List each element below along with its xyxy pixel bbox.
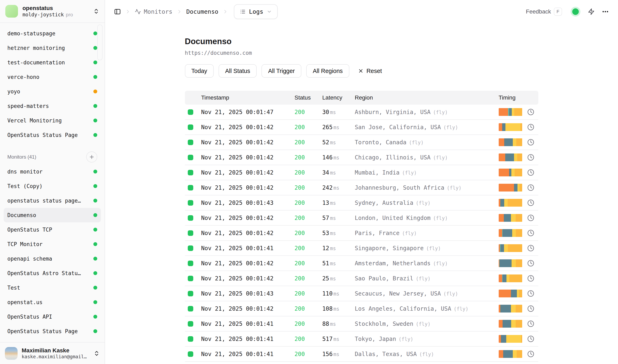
- table-row[interactable]: Nov 21, 2025 00:01:41 200 12ms Singapore…: [185, 241, 538, 256]
- cell-region: Ashburn, Virginia, USA: [355, 109, 431, 116]
- column-header-status[interactable]: Status: [295, 94, 322, 101]
- more-options-button[interactable]: [602, 8, 609, 15]
- plus-icon: [89, 154, 95, 160]
- clock-icon[interactable]: [527, 290, 534, 297]
- timing-ttfb-segment: [506, 335, 521, 343]
- sidebar-item-hetzner-monitoring[interactable]: hetzner monitoring: [4, 41, 101, 55]
- cell-region: Stockholm, Sweden: [355, 321, 413, 327]
- breadcrumb-monitors[interactable]: Monitors: [135, 8, 172, 15]
- clock-icon[interactable]: [527, 108, 534, 116]
- clock-icon[interactable]: [527, 335, 534, 342]
- sidebar-item-openstat-us[interactable]: openstat.us: [4, 295, 101, 310]
- table-row[interactable]: Nov 21, 2025 00:01:43 200 13ms Sydney, A…: [185, 195, 538, 210]
- clock-icon[interactable]: [527, 199, 534, 206]
- timing-dns-segment: [499, 108, 508, 116]
- sidebar-item-demo-statuspage[interactable]: demo-statuspage: [4, 26, 101, 41]
- timing-ttfb-segment: [512, 229, 516, 237]
- status-square-icon: [188, 124, 193, 130]
- status-dot: [93, 329, 97, 333]
- cell-region-provider: (fly): [433, 261, 448, 267]
- sidebar-item-documenso[interactable]: Documenso: [4, 208, 101, 222]
- table-row[interactable]: Nov 21, 2025 00:01:42 200 53ms Paris, Fr…: [185, 226, 538, 241]
- table-row[interactable]: Nov 21, 2025 00:01:41 200 88ms Stockholm…: [185, 316, 538, 332]
- sidebar-item-openstatus-status-page[interactable]: openstatus status page…: [4, 193, 101, 208]
- table-row[interactable]: Nov 21, 2025 00:01:42 200 51ms Amsterdam…: [185, 256, 538, 271]
- table-row[interactable]: Nov 21, 2025 00:01:41 200 517ms Tokyo, J…: [185, 332, 538, 347]
- column-header-timestamp[interactable]: Timestamp: [199, 94, 295, 101]
- clock-icon[interactable]: [527, 139, 534, 146]
- user-menu[interactable]: Maximilian Kaske kaske.maximilian@gmail…: [0, 342, 105, 364]
- sidebar-item-openstatus-api[interactable]: OpenStatus API: [4, 310, 101, 324]
- status-dot: [93, 90, 97, 93]
- filter-button-all-status[interactable]: All Status: [219, 64, 257, 78]
- column-header-latency[interactable]: Latency: [322, 94, 355, 101]
- sidebar-item-yoyo[interactable]: yoyo: [4, 84, 101, 99]
- sidebar-item-label: openapi schema: [7, 256, 52, 262]
- table-row[interactable]: Nov 21, 2025 00:01:42 200 242ms Johannes…: [185, 180, 538, 195]
- table-row[interactable]: Nov 21, 2025 00:01:42 200 146ms Chicago,…: [185, 150, 538, 165]
- table-row[interactable]: Nov 21, 2025 00:01:42 200 265ms San Jose…: [185, 120, 538, 135]
- cell-timestamp: Nov 21, 2025 00:01:42: [199, 154, 295, 161]
- clock-icon[interactable]: [527, 275, 534, 282]
- sidebar-item-openstatus-status-page[interactable]: OpenStatus Status Page: [4, 324, 101, 338]
- reset-label: Reset: [367, 68, 382, 74]
- add-monitor-button[interactable]: [86, 151, 97, 162]
- filter-button-all-trigger[interactable]: All Trigger: [261, 64, 301, 78]
- panel-left-icon: [114, 8, 121, 15]
- sidebar-item-speed-matters[interactable]: speed-matters: [4, 99, 101, 113]
- cell-region: Tokyo, Japan: [355, 336, 396, 342]
- cell-latency-unit: ms: [330, 321, 336, 327]
- timing-tls-segment: [500, 305, 511, 312]
- sidebar-scrollbar[interactable]: [97, 25, 103, 60]
- view-selector-button[interactable]: Logs: [234, 4, 278, 19]
- clock-icon[interactable]: [527, 169, 534, 176]
- sidebar-item-test[interactable]: Test: [4, 280, 101, 295]
- table-row[interactable]: Nov 21, 2025 00:01:43 200 110ms Secaucus…: [185, 286, 538, 301]
- sidebar-item-dns-monitor[interactable]: dns monitor: [4, 164, 101, 179]
- breadcrumb-page-label[interactable]: Documenso: [186, 8, 219, 15]
- cell-region-provider: (fly): [447, 185, 462, 191]
- table-row[interactable]: Nov 21, 2025 00:01:47 200 30ms Ashburn, …: [185, 105, 538, 120]
- sidebar-item-test-copy[interactable]: Test (Copy): [4, 179, 101, 193]
- sidebar-item-openstatus-status-page[interactable]: OpenStatus Status Page: [4, 128, 101, 142]
- status-dot: [93, 46, 97, 50]
- sidebar-item-verce-hono[interactable]: verce-hono: [4, 70, 101, 84]
- clock-icon[interactable]: [527, 305, 534, 312]
- clock-icon[interactable]: [527, 260, 534, 267]
- sidebar-item-openapi-schema[interactable]: openapi schema: [4, 251, 101, 266]
- timing-bar: [499, 335, 522, 343]
- sidebar-item-vercel-monitoring[interactable]: Vercel Monitoring: [4, 113, 101, 128]
- table-row[interactable]: Nov 21, 2025 00:01:42 200 52ms Toronto, …: [185, 135, 538, 150]
- status-square-icon: [188, 246, 193, 251]
- column-header-timing[interactable]: Timing: [499, 94, 523, 101]
- column-header-region[interactable]: Region: [355, 94, 499, 101]
- clock-icon[interactable]: [527, 245, 534, 252]
- timing-bar: [499, 199, 522, 207]
- filter-button-all-regions[interactable]: All Regions: [306, 64, 349, 78]
- clock-icon[interactable]: [527, 154, 534, 161]
- table-row[interactable]: Nov 21, 2025 00:01:42 200 108ms Los Ange…: [185, 301, 538, 316]
- table-row[interactable]: Nov 21, 2025 00:01:42 200 25ms Sao Paulo…: [185, 271, 538, 286]
- sidebar-item-openstatus-tcp[interactable]: OpenStatus TCP: [4, 222, 101, 237]
- table-row[interactable]: Nov 21, 2025 00:01:42 200 34ms Mumbai, I…: [185, 165, 538, 180]
- clock-icon[interactable]: [527, 184, 534, 191]
- org-switcher[interactable]: openstatus moldy-joystick pro: [0, 0, 105, 23]
- cell-status: 200: [295, 184, 322, 191]
- reset-filters-button[interactable]: Reset: [357, 67, 383, 75]
- filter-button-today[interactable]: Today: [185, 64, 214, 78]
- sidebar-toggle-button[interactable]: [114, 8, 121, 15]
- table-row[interactable]: Nov 21, 2025 00:01:42 200 57ms London, U…: [185, 210, 538, 226]
- clock-icon[interactable]: [527, 124, 534, 130]
- table-row[interactable]: Nov 21, 2025 00:01:41 200 156ms Dallas, …: [185, 347, 538, 362]
- clock-icon[interactable]: [527, 320, 534, 327]
- clock-icon[interactable]: [527, 230, 534, 236]
- sidebar-item-test-documentation[interactable]: test-documentation: [4, 55, 101, 70]
- feedback-button[interactable]: Feedback F: [525, 7, 563, 16]
- user-info: Maximilian Kaske kaske.maximilian@gmail…: [22, 347, 90, 360]
- system-status-dot[interactable]: [572, 8, 579, 15]
- clock-icon[interactable]: [527, 351, 534, 357]
- clock-icon[interactable]: [527, 214, 534, 221]
- sidebar-item-openstatus-astro-statu[interactable]: OpenStatus Astro Statu…: [4, 266, 101, 280]
- sidebar-item-tcp-monitor[interactable]: TCP Monitor: [4, 237, 101, 251]
- quick-actions-button[interactable]: [588, 8, 595, 15]
